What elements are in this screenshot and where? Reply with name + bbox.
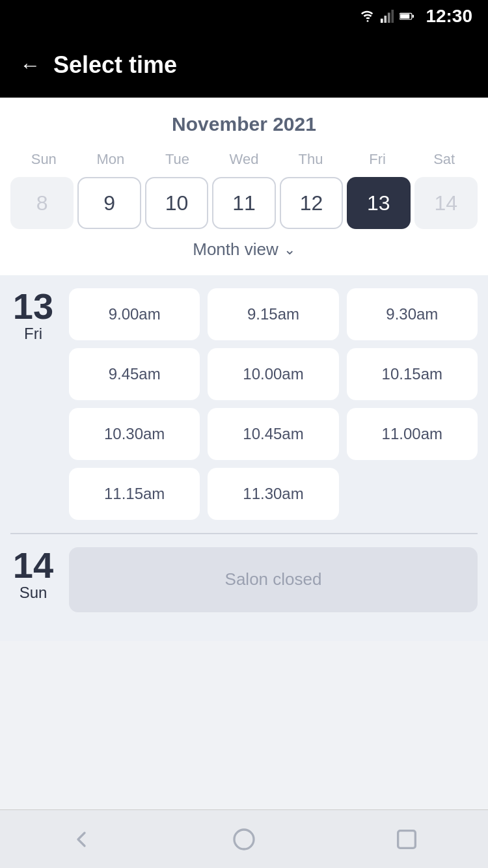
time-slot-1130am[interactable]: 11.30am	[208, 468, 338, 520]
month-view-label: Month view	[193, 239, 278, 260]
svg-rect-7	[413, 15, 414, 18]
date-8[interactable]: 8	[10, 177, 74, 229]
month-view-toggle[interactable]: Month view ⌄	[10, 229, 478, 265]
salon-closed-message: Salon closed	[69, 547, 478, 612]
time-slot-1015am[interactable]: 10.15am	[347, 348, 478, 400]
date-11[interactable]: 11	[212, 177, 275, 229]
recent-nav-icon	[394, 826, 420, 852]
date-14[interactable]: 14	[414, 177, 478, 229]
time-slot-900am[interactable]: 9.00am	[69, 288, 200, 340]
nav-home-button[interactable]	[230, 825, 258, 854]
day-header-sun: Sun	[10, 148, 77, 170]
month-title: November 2021	[10, 113, 478, 135]
time-slot-1045am[interactable]: 10.45am	[208, 408, 338, 460]
day-number-14: 14	[10, 547, 56, 584]
svg-point-8	[234, 830, 254, 849]
battery-icon	[400, 9, 414, 23]
time-slot-1030am[interactable]: 10.30am	[69, 408, 200, 460]
chevron-down-icon: ⌄	[284, 241, 295, 258]
day-number-13: 13	[10, 288, 56, 325]
time-slot-1115am[interactable]: 11.15am	[69, 468, 200, 520]
time-slot-930am[interactable]: 9.30am	[347, 288, 478, 340]
time-grid-13: 9.00am 9.15am 9.30am 9.45am 10.00am 10.1…	[69, 288, 478, 520]
day-section-13: 13 Fri 9.00am 9.15am 9.30am 9.45am 10.00…	[10, 288, 478, 520]
day-label-row-13: 13 Fri 9.00am 9.15am 9.30am 9.45am 10.00…	[10, 288, 478, 520]
day-header-mon: Mon	[77, 148, 144, 170]
time-slot-915am[interactable]: 9.15am	[208, 288, 338, 340]
day-number-block-13: 13 Fri	[10, 288, 56, 343]
main-content: November 2021 Sun Mon Tue Wed Thu Fri Sa…	[0, 98, 488, 699]
date-12[interactable]: 12	[280, 177, 343, 229]
nav-bar	[0, 809, 488, 868]
day-name-14: Sun	[10, 584, 56, 602]
svg-rect-6	[401, 14, 410, 18]
day-header-sat: Sat	[411, 148, 478, 170]
page-title: Select time	[53, 51, 177, 79]
day-header-fri: Fri	[344, 148, 411, 170]
day-header-wed: Wed	[211, 148, 278, 170]
svg-rect-2	[385, 16, 387, 23]
wifi-icon	[360, 9, 375, 23]
svg-rect-3	[388, 13, 390, 23]
date-13[interactable]: 13	[347, 177, 410, 229]
time-slot-945am[interactable]: 9.45am	[69, 348, 200, 400]
day-name-13: Fri	[10, 325, 56, 343]
day-number-block-14: 14 Sun	[10, 547, 56, 602]
svg-rect-9	[398, 830, 416, 848]
nav-back-button[interactable]	[67, 825, 96, 854]
back-nav-icon	[68, 826, 94, 852]
date-9[interactable]: 9	[77, 177, 141, 229]
time-slot-1000am[interactable]: 10.00am	[208, 348, 338, 400]
day-section-14: 14 Sun Salon closed	[10, 547, 478, 612]
day-header-thu: Thu	[277, 148, 344, 170]
timeslots-section: 13 Fri 9.00am 9.15am 9.30am 9.45am 10.00…	[0, 275, 488, 641]
svg-rect-4	[392, 10, 394, 23]
day-headers: Sun Mon Tue Wed Thu Fri Sat	[10, 148, 478, 170]
calendar-section: November 2021 Sun Mon Tue Wed Thu Fri Sa…	[0, 98, 488, 275]
day-label-row-14: 14 Sun Salon closed	[10, 547, 478, 612]
status-icons	[360, 9, 414, 23]
date-10[interactable]: 10	[145, 177, 208, 229]
date-row: 8 9 10 11 12 13 14	[10, 177, 478, 229]
status-bar: 12:30	[0, 0, 488, 33]
back-button[interactable]: ←	[20, 55, 40, 75]
nav-recent-button[interactable]	[392, 825, 421, 854]
day-header-tue: Tue	[144, 148, 211, 170]
status-time: 12:30	[426, 6, 472, 27]
app-header: ← Select time	[0, 33, 488, 98]
svg-point-0	[367, 20, 369, 22]
home-nav-icon	[231, 826, 257, 852]
section-divider	[10, 533, 478, 534]
signal-icon	[380, 9, 394, 23]
time-slot-1100am[interactable]: 11.00am	[347, 408, 478, 460]
svg-rect-1	[381, 19, 383, 23]
